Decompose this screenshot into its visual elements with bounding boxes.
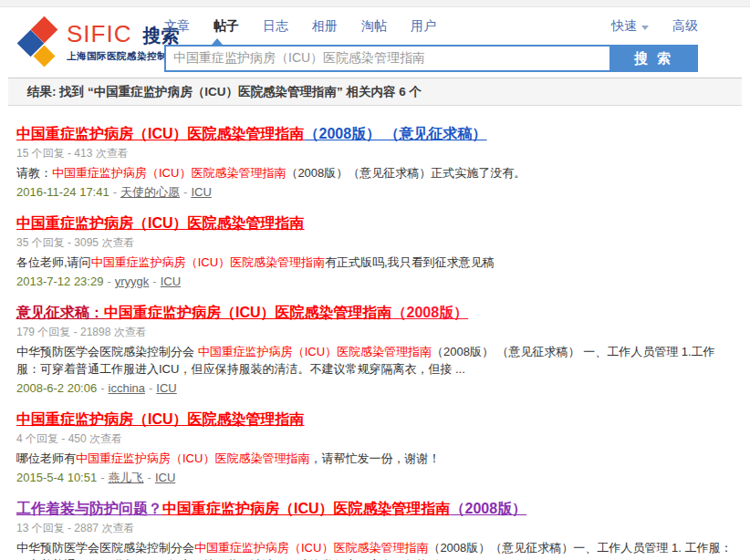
nav-tab[interactable]: 淘帖 — [361, 18, 387, 35]
header: SIFIC 搜索 上海国际医院感染控制论坛 文章帖子日志相册淘帖用户 快速 高级… — [0, 7, 750, 78]
result-meta: 179 个回复 - 21898 次查看 — [16, 326, 734, 339]
result-title-link[interactable]: 中国重症监护病房（ICU）医院感染管理指南 — [16, 410, 305, 429]
result-footer: 2015-5-4 10:51-燕儿飞-ICU — [16, 470, 734, 486]
snippet-segment: （2008版）（意见征求稿）正式实施了没有。 — [286, 166, 526, 180]
result-title-segment: （2008版） — [451, 501, 527, 516]
snippet-segment: 中国重症监护病房（ICU）医院感染管理指南 — [194, 541, 428, 555]
snippet-segment: 各位老师,请问 — [16, 255, 91, 269]
result-snippet: 中华预防医学会医院感染控制分会中国重症监护病房（ICU）医院感染管理指南（200… — [16, 539, 734, 560]
snippet-segment: 中华预防医学会医院感染控制分会 — [16, 345, 198, 358]
separator: - — [100, 471, 104, 484]
result-footer: 2016-11-24 17:41-天使的心愿-ICU — [16, 184, 734, 201]
result-snippet: 请教：中国重症监护病房（ICU）医院感染管理指南（2008版）（意见征求稿）正式… — [16, 164, 734, 181]
logo-sific-label: SIFIC — [67, 21, 131, 47]
nav-tab[interactable]: 文章 — [164, 18, 190, 35]
advanced-search-link[interactable]: 高级 — [672, 18, 698, 35]
quick-search-label: 快速 — [611, 18, 637, 35]
active-tab-pointer-icon — [212, 38, 223, 45]
result-snippet: 哪位老师有中国重症监护病房（ICU）医院感染管理指南，请帮忙发一份，谢谢！ — [16, 450, 734, 467]
logo-diamonds-icon — [15, 18, 62, 66]
result-title-segment: （2008版） — [392, 305, 469, 320]
result-title-link[interactable]: 中国重症监护病房（ICU）医院感染管理指南 — [16, 213, 305, 233]
results-list: 中国重症监护病房（ICU）医院感染管理指南（2008版） （意见征求稿） 15 … — [0, 106, 750, 560]
result-title-segment: 工作着装与防护问题？ — [16, 501, 162, 516]
snippet-segment: 中国重症监护病房（ICU）医院感染管理指南 — [52, 166, 286, 180]
search-result-item: 中国重症监护病房（ICU）医院感染管理指南 35 个回复 - 3095 次查看 … — [16, 213, 734, 290]
snippet-segment: 哪位老师有 — [16, 451, 76, 465]
separator: - — [149, 381, 152, 395]
result-count-bar: 结果: 找到 “中国重症监护病房（ICU）医院感染管理指南” 相关内容 6 个 — [8, 78, 742, 106]
separator: - — [148, 471, 151, 484]
separator: - — [183, 185, 187, 199]
snippet-segment: 中国重症监护病房（ICU）医院感染管理指南 — [198, 345, 432, 358]
result-title-segment: （2008版） （意见征求稿） — [305, 126, 487, 141]
result-snippet: 各位老师,请问中国重症监护病房（ICU）医院感染管理指南有正式版吗,我只看到征求… — [16, 254, 734, 271]
nav-tab[interactable]: 日志 — [263, 18, 288, 35]
snippet-segment: 中国重症监护病房（ICU）医院感染管理指南 — [76, 451, 309, 465]
result-title-segment: 中国重症监护病房（ICU）医院感染管理指南 — [104, 305, 392, 320]
separator: - — [107, 275, 110, 288]
snippet-segment: 有正式版吗,我只看到征求意见稿 — [325, 255, 495, 269]
result-title-segment: 中国重症监护病房（ICU）医院感染管理指南 — [16, 411, 305, 427]
nav-tab-active[interactable]: 帖子 — [214, 18, 239, 35]
snippet-segment: 中国重症监护病房（ICU）医院感染管理指南 — [91, 255, 325, 269]
quick-search-dropdown[interactable]: 快速 — [611, 18, 649, 35]
result-title-segment: 中国重症监护病房（ICU）医院感染管理指南 — [16, 126, 305, 141]
result-forum-link[interactable]: ICU — [161, 275, 181, 288]
result-forum-link[interactable]: ICU — [156, 381, 176, 395]
result-author-link[interactable]: yryygk — [115, 275, 150, 288]
chevron-down-icon — [641, 26, 649, 30]
result-footer: 2008-6-2 20:06-icchina-ICU — [16, 380, 734, 397]
search-button[interactable]: 搜 索 — [609, 45, 698, 72]
search-input[interactable] — [164, 45, 609, 72]
search-result-item: 中国重症监护病房（ICU）医院感染管理指南（2008版） （意见征求稿） 15 … — [16, 124, 734, 201]
result-meta: 15 个回复 - 413 次查看 — [16, 147, 734, 161]
result-title-segment: 意见征求稿： — [16, 305, 104, 320]
result-title-segment: 中国重症监护病房（ICU）医院感染管理指南 — [16, 215, 305, 231]
separator: - — [100, 381, 104, 395]
snippet-segment: ，请帮忙发一份，谢谢！ — [309, 451, 440, 465]
result-author-link[interactable]: 燕儿飞 — [109, 471, 144, 484]
result-date: 2008-6-2 20:06 — [16, 381, 97, 395]
result-meta: 35 个回复 - 3095 次查看 — [16, 236, 734, 250]
search-result-item: 意见征求稿：中国重症监护病房（ICU）医院感染管理指南（2008版） 179 个… — [16, 303, 734, 397]
result-title-segment: 中国重症监护病房（ICU）医院感染管理指南 — [162, 501, 451, 516]
result-date: 2015-5-4 10:51 — [16, 471, 97, 484]
snippet-segment: 请教： — [16, 166, 52, 180]
search-result-item: 工作着装与防护问题？中国重症监护病房（ICU）医院感染管理指南（2008版） 1… — [16, 499, 734, 560]
snippet-segment: 中华预防医学会医院感染控制分会 — [16, 541, 194, 555]
nav-tab[interactable]: 用户 — [411, 18, 436, 35]
result-title-link[interactable]: 中国重症监护病房（ICU）医院感染管理指南（2008版） （意见征求稿） — [16, 124, 487, 143]
result-forum-link[interactable]: ICU — [191, 185, 211, 199]
result-forum-link[interactable]: ICU — [155, 471, 175, 484]
result-title-link[interactable]: 意见征求稿：中国重症监护病房（ICU）医院感染管理指南（2008版） — [16, 303, 468, 322]
nav-tab[interactable]: 相册 — [312, 18, 338, 35]
result-title-link[interactable]: 工作着装与防护问题？中国重症监护病房（ICU）医院感染管理指南（2008版） — [16, 499, 526, 518]
result-date: 2013-7-12 23:29 — [16, 275, 103, 288]
separator: - — [152, 275, 156, 288]
result-footer: 2013-7-12 23:29-yryygk-ICU — [16, 274, 734, 290]
nav-tabs: 文章帖子日志相册淘帖用户 快速 高级 — [164, 16, 698, 36]
result-author-link[interactable]: 天使的心愿 — [120, 185, 180, 199]
sific-logo[interactable]: SIFIC 搜索 上海国际医院感染控制论坛 — [15, 18, 187, 66]
top-strip — [0, 0, 750, 7]
result-meta: 4 个回复 - 450 次查看 — [16, 432, 734, 446]
nav-right-links: 快速 高级 — [611, 18, 698, 35]
header-right: 文章帖子日志相册淘帖用户 快速 高级 搜 索 — [164, 16, 698, 72]
result-author-link[interactable]: icchina — [109, 381, 145, 395]
result-meta: 13 个回复 - 2887 次查看 — [16, 522, 734, 535]
result-snippet: 中华预防医学会医院感染控制分会 中国重症监护病房（ICU）医院感染管理指南（20… — [16, 343, 734, 378]
search-bar: 搜 索 — [164, 45, 698, 72]
search-result-item: 中国重症监护病房（ICU）医院感染管理指南 4 个回复 - 450 次查看 哪位… — [16, 410, 734, 486]
separator: - — [113, 185, 117, 199]
result-date: 2016-11-24 17:41 — [16, 185, 109, 199]
